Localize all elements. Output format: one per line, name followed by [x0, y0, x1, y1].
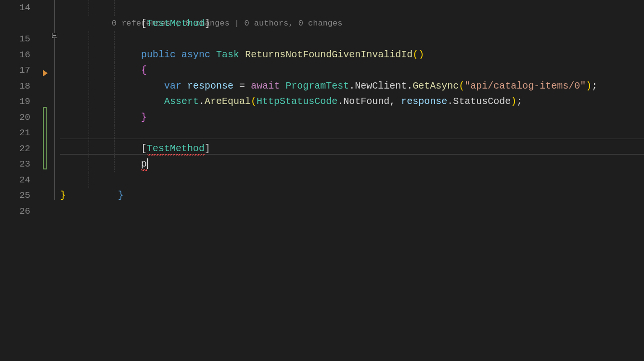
code-area[interactable]: [TestMethod] 0 references | 0 changes | … [60, 0, 644, 361]
line-number: 18 [0, 78, 30, 94]
line-number: 26 [0, 204, 30, 219]
line-number: 17 [0, 63, 30, 78]
line-number: 24 [0, 172, 30, 188]
code-line[interactable]: [TestMethod] [60, 125, 644, 141]
code-line[interactable]: Assert.AreEqual(HttpStatusCode.NotFound,… [60, 78, 644, 94]
code-line[interactable]: [TestMethod] [60, 0, 644, 16]
code-line[interactable]: { [60, 47, 644, 63]
line-number: 19 [0, 94, 30, 110]
line-number: 16 [0, 47, 30, 63]
line-number: 21 [0, 125, 30, 141]
code-line[interactable] [60, 156, 644, 172]
code-line[interactable]: var response = await ProgramTest.NewClie… [60, 63, 644, 78]
line-number: 15 [0, 31, 30, 47]
code-line-current[interactable]: p [60, 141, 644, 157]
run-test-icon[interactable] [43, 70, 48, 77]
outline-guide [54, 0, 55, 200]
editor-margin [36, 0, 60, 361]
code-line[interactable]: } [60, 172, 644, 188]
line-number: 22 [0, 141, 30, 157]
line-number: 23 [0, 156, 30, 172]
code-line[interactable]: } [60, 188, 644, 204]
fold-toggle-icon[interactable] [52, 33, 57, 38]
line-number-gutter: 14 15 16 17 18 19 20 21 22 23 24 25 26 [0, 0, 36, 361]
line-number: 25 [0, 188, 30, 204]
code-editor[interactable]: 14 15 16 17 18 19 20 21 22 23 24 25 26 [… [0, 0, 644, 361]
line-number: 20 [0, 110, 30, 126]
code-line[interactable] [60, 204, 644, 219]
line-number: 14 [0, 0, 30, 16]
change-indicator [43, 107, 47, 169]
code-line[interactable]: public async Task ReturnsNotFoundGivenIn… [60, 31, 644, 47]
code-line[interactable]: } [60, 94, 644, 110]
code-line[interactable] [60, 110, 644, 126]
